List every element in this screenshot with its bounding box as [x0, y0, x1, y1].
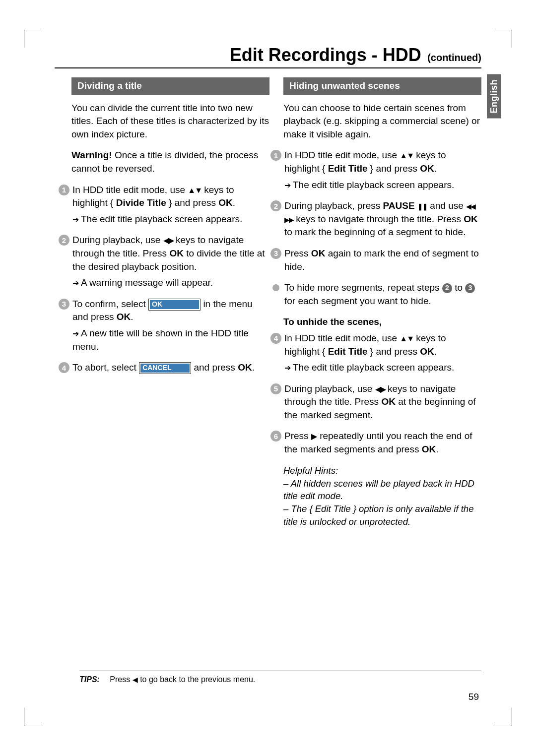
left-step-1: 1 In HDD title edit mode, use keys to hi…	[59, 184, 269, 226]
t: To hide more segments, repeat steps	[284, 282, 442, 293]
ref-step-3-icon: 3	[465, 283, 475, 293]
crop-mark-br	[494, 708, 512, 726]
right-step-5-body: During playback, use keys to navigate th…	[284, 382, 481, 422]
t: During playback, press	[284, 200, 383, 211]
right-step-1: 1 In HDD title edit mode, use keys to hi…	[270, 149, 481, 191]
warning-label: Warning!	[71, 150, 112, 160]
ok-menu-button: OK	[148, 299, 201, 311]
step-number-4-icon: 4	[270, 333, 281, 344]
tips-text-a: Press	[110, 675, 132, 684]
left-step-2-result: A warning message will appear.	[72, 276, 269, 290]
t: .	[233, 197, 235, 208]
left-step-4: 4 To abort, select CANCEL and press OK.	[59, 361, 269, 375]
ok-key: OK	[422, 444, 436, 454]
crop-mark-tr	[494, 30, 512, 48]
edit-title-option: Edit Title	[328, 346, 368, 357]
hints-label: Helpful Hints:	[283, 464, 481, 477]
t: During playback, use	[284, 383, 375, 394]
left-step-3-result: A new title will be shown in the HDD tit…	[72, 327, 269, 353]
t: In HDD title edit mode, use	[284, 333, 400, 343]
page-number: 59	[469, 692, 479, 702]
left-step-4-body: To abort, select CANCEL and press OK.	[72, 361, 269, 375]
left-intro: You can divide the current title into tw…	[71, 102, 269, 141]
crop-mark-tl	[24, 30, 42, 48]
pause-icon	[417, 200, 427, 211]
t: To confirm, select	[72, 299, 148, 309]
t: to	[452, 282, 465, 293]
t: .	[436, 444, 438, 454]
edit-title-option: Edit Title	[328, 163, 368, 174]
right-step-1-result: The edit title playback screen appears.	[284, 179, 481, 192]
up-down-icon	[188, 185, 201, 195]
right-repeat-note: To hide more segments, repeat steps 2 to…	[272, 281, 481, 308]
right-step-1-body: In HDD title edit mode, use keys to high…	[284, 149, 481, 191]
ok-key: OK	[464, 214, 478, 224]
page: Edit Recordings - HDD (continued) Englis…	[55, 30, 481, 528]
t: .	[252, 362, 255, 373]
t: .	[131, 312, 133, 322]
t: and press	[191, 362, 238, 373]
left-step-3-body: To confirm, select OK in the menu and pr…	[72, 298, 269, 353]
page-title: Edit Recordings - HDD	[230, 45, 421, 65]
right-repeat-note-body: To hide more segments, repeat steps 2 to…	[284, 281, 481, 308]
up-down-icon	[400, 150, 413, 160]
t: During playback, use	[72, 235, 163, 245]
step-number-1-icon: 1	[270, 150, 281, 161]
cancel-menu-button: CANCEL	[139, 362, 191, 374]
t: for each segment you want to hide.	[284, 296, 431, 306]
hint-1: – All hidden scenes will be played back …	[283, 477, 481, 503]
t: } and press	[166, 197, 219, 208]
right-intro: You can choose to hide certain scenes fr…	[283, 102, 481, 141]
page-title-row: Edit Recordings - HDD (continued)	[55, 45, 481, 68]
right-step-5: 5 During playback, use keys to navigate …	[270, 382, 481, 422]
ref-step-2-icon: 2	[442, 283, 452, 293]
left-step-2-body: During playback, use keys to navigate th…	[72, 234, 269, 289]
unhide-subheading: To unhide the scenes,	[283, 315, 481, 329]
step-number-4-icon: 4	[59, 362, 69, 373]
left-step-2: 2 During playback, use keys to navigate …	[59, 234, 269, 289]
ok-key: OK	[238, 362, 252, 373]
ok-key: OK	[311, 248, 326, 258]
play-icon	[311, 431, 317, 441]
language-tab: English	[487, 74, 501, 119]
step-number-3-icon: 3	[59, 299, 69, 310]
tips-footer: TIPS: Press to go back to the previous m…	[79, 671, 481, 684]
helpful-hints: Helpful Hints: – All hidden scenes will …	[283, 464, 481, 528]
step-number-1-icon: 1	[59, 185, 69, 195]
t: to mark the beginning of a segment to hi…	[284, 227, 466, 237]
divide-title-option: Divide Title	[116, 197, 166, 208]
t: To abort, select	[72, 362, 139, 373]
section-heading-dividing: Dividing a title	[71, 77, 269, 95]
right-step-6-body: Press repeatedly until you reach the end…	[284, 430, 481, 456]
right-step-4: 4 In HDD title edit mode, use keys to hi…	[270, 332, 481, 375]
right-column: Hiding unwanted scenes You can choose to…	[283, 77, 481, 528]
right-step-3-body: Press OK again to mark the end of segmen…	[284, 247, 481, 273]
up-down-icon	[400, 333, 413, 343]
ok-key: OK	[420, 346, 434, 357]
section-heading-hiding: Hiding unwanted scenes	[283, 77, 481, 95]
left-arrow-icon	[133, 675, 138, 684]
right-step-6: 6 Press repeatedly until you reach the e…	[270, 430, 481, 456]
step-number-2-icon: 2	[59, 235, 69, 246]
t: .	[434, 346, 437, 357]
right-step-2-body: During playback, press PAUSE and use key…	[284, 199, 481, 239]
t: Press	[284, 248, 311, 258]
left-right-icon	[375, 383, 385, 394]
ok-key: OK	[169, 248, 184, 258]
step-number-5-icon: 5	[270, 383, 281, 394]
ok-key: OK	[218, 197, 233, 208]
left-step-1-body: In HDD title edit mode, use keys to high…	[72, 184, 269, 226]
left-column: Dividing a title You can divide the curr…	[71, 77, 269, 528]
tips-label: TIPS:	[79, 675, 100, 684]
right-step-2: 2 During playback, press PAUSE and use k…	[270, 199, 481, 239]
step-number-6-icon: 6	[270, 431, 281, 441]
t: and use	[427, 200, 466, 211]
pause-key: PAUSE	[383, 200, 417, 211]
right-step-4-result: The edit title playback screen appears.	[284, 361, 481, 375]
left-warning: Warning! Once a title is divided, the pr…	[71, 149, 269, 175]
ok-key: OK	[420, 163, 434, 174]
ok-key: OK	[117, 312, 131, 322]
t: Press	[284, 431, 311, 441]
t: In HDD title edit mode, use	[284, 150, 400, 160]
t: } and press	[368, 163, 420, 174]
